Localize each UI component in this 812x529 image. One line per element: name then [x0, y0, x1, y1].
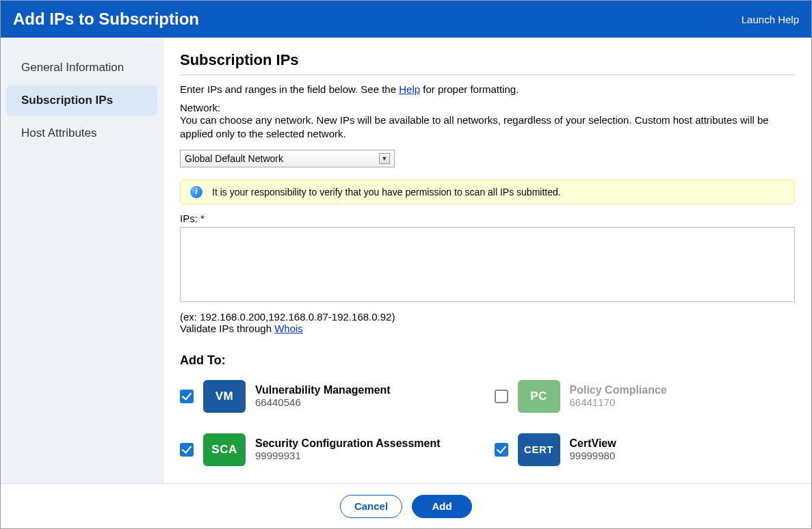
- module-id-pc: 66441170: [570, 396, 667, 408]
- network-label: Network:: [180, 102, 795, 113]
- module-name-pc: Policy Compliance: [570, 384, 667, 396]
- validate-line: Validate IPs through Whois: [180, 323, 795, 334]
- launch-help-link[interactable]: Launch Help: [742, 14, 799, 25]
- module-icon-sca: SCA: [203, 433, 246, 466]
- intro-prefix: Enter IPs and ranges in the field below.…: [180, 83, 399, 95]
- network-select-value: Global Default Network: [185, 153, 283, 164]
- network-description: You can choose any network. New IPs will…: [180, 113, 795, 141]
- module-name-cert: CertView: [570, 437, 616, 450]
- sidebar-item-subscription-ips[interactable]: Subscription IPs: [6, 85, 157, 116]
- chevron-down-icon: ▼: [379, 153, 390, 164]
- ips-label: IPs: *: [180, 213, 795, 224]
- sidebar-item-host-attributes[interactable]: Host Attributes: [6, 118, 157, 148]
- info-banner-text: It is your responsibility to verify that…: [212, 187, 561, 198]
- module-name-vm: Vulnerability Management: [255, 384, 391, 396]
- module-row-pc: PC Policy Compliance 66441170: [495, 380, 796, 413]
- whois-link[interactable]: Whois: [274, 323, 303, 334]
- network-select[interactable]: Global Default Network ▼: [180, 150, 395, 167]
- module-name-sca: Security Configuration Assessment: [255, 437, 441, 450]
- info-banner: i It is your responsibility to verify th…: [180, 180, 795, 204]
- module-icon-cert: CERT: [518, 433, 560, 466]
- module-row-cert: CERT CertView 99999980: [495, 433, 796, 466]
- add-button[interactable]: Add: [412, 495, 472, 518]
- titlebar: Add IPs to Subscription Launch Help: [1, 1, 811, 38]
- checkbox-sca[interactable]: [180, 443, 194, 457]
- module-row-vm: VM Vulnerability Management 66440546: [180, 380, 481, 413]
- cancel-button[interactable]: Cancel: [340, 495, 402, 518]
- info-icon: i: [190, 186, 202, 198]
- add-to-heading: Add To:: [180, 353, 795, 368]
- window-title: Add IPs to Subscription: [13, 10, 199, 29]
- intro-text: Enter IPs and ranges in the field below.…: [180, 83, 795, 95]
- module-icon-pc: PC: [518, 380, 560, 413]
- module-row-sca: SCA Security Configuration Assessment 99…: [180, 433, 481, 466]
- checkbox-vm[interactable]: [180, 390, 194, 403]
- validate-prefix: Validate IPs through: [180, 323, 274, 334]
- module-icon-vm: VM: [203, 380, 246, 413]
- help-link[interactable]: Help: [399, 83, 420, 95]
- intro-suffix: for proper formatting.: [420, 83, 519, 95]
- module-id-sca: 99999931: [255, 450, 441, 461]
- modules-grid: VM Vulnerability Management 66440546 PC …: [180, 380, 795, 466]
- page-title: Subscription IPs: [180, 51, 795, 75]
- checkbox-pc[interactable]: [495, 390, 508, 403]
- module-id-vm: 66440546: [255, 396, 391, 408]
- ips-example-text: (ex: 192.168.0.200,192.168.0.87-192.168.…: [180, 311, 795, 323]
- module-id-cert: 99999980: [570, 450, 616, 461]
- sidebar: General Information Subscription IPs Hos…: [1, 38, 163, 483]
- footer: Cancel Add: [1, 483, 811, 528]
- ips-input[interactable]: [180, 227, 795, 302]
- sidebar-item-general-information[interactable]: General Information: [6, 53, 157, 83]
- main-content: Subscription IPs Enter IPs and ranges in…: [163, 38, 811, 483]
- checkbox-cert[interactable]: [495, 443, 508, 457]
